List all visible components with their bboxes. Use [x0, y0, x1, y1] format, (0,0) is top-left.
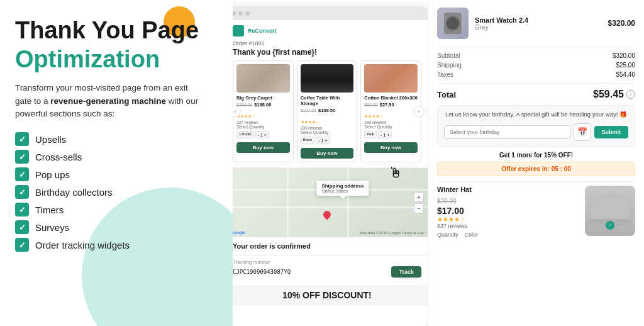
qty-label-carpet: Quantity [249, 125, 264, 129]
left-panel: Thank You Page Optimization Transform yo… [0, 0, 233, 326]
feature-pop-ups: Pop ups [15, 167, 218, 181]
stars-blanket: ★★★★☆ [364, 114, 383, 118]
tracking-number: CJPC19090943087YQ [233, 269, 291, 275]
feature-label-timers: Timers [35, 205, 64, 215]
birthday-input-row: 📅 Submit [444, 123, 628, 141]
qty-blanket[interactable]: - 1 + [378, 131, 392, 138]
order-confirmed: Your order is confirmed [233, 237, 428, 256]
subtotal-label: Subtotal [437, 52, 460, 59]
price-old-coffee: $100.00 [301, 108, 316, 113]
offer-banner: Offer expires in: 05 : 00 [437, 162, 635, 176]
browser-chrome [233, 6, 428, 20]
stars-coffee: ★★★★☆ [301, 120, 319, 124]
select-blanket[interactable]: Pink [364, 131, 377, 138]
price-old-carpet: $200.00 [236, 103, 252, 107]
reconvert-logo [233, 25, 244, 37]
total-label: Total [437, 90, 456, 99]
cursor-icon: 🖱 [389, 165, 402, 181]
middle-panel: ReConvert Order #1001 Thank you {first n… [233, 0, 428, 326]
product-image-carpet [236, 64, 290, 93]
hat-qty-color: Quantity Color [437, 232, 579, 238]
buy-button-coffee[interactable]: Buy now [301, 148, 354, 159]
feature-order-tracking: Order tracking widgets [15, 238, 218, 252]
select-label-coffee: Select [301, 130, 312, 135]
feature-upsells: Upsells [15, 132, 218, 146]
buy-button-blanket[interactable]: Buy now [364, 142, 418, 153]
hat-badge: ✓ [606, 221, 614, 230]
total-value: $59.45 [593, 89, 624, 100]
buy-button-carpet[interactable]: Buy now [236, 142, 290, 153]
check-icon-pop-ups [15, 167, 29, 181]
calendar-button[interactable]: 📅 [574, 123, 591, 141]
discount-banner: 10% OFF DISCOUNT! [233, 285, 428, 305]
product-name-coffee: Coffee Table With Storage [301, 95, 354, 106]
browser-dot-yellow [238, 11, 243, 16]
hat-reviews: 837 reviews [437, 223, 579, 229]
feature-label-birthday: Birthday collectors [35, 187, 113, 198]
hat-stars: ★★★★☆ [437, 216, 579, 223]
shipping-value: $25.00 [616, 62, 635, 69]
reviews-coffee: 239 reviews [301, 126, 354, 130]
subtotal-row: Subtotal $320.00 [437, 52, 635, 59]
product-thumbnail [437, 8, 469, 39]
tracking-row: CJPC19090943087YQ Track [233, 266, 421, 278]
google-logo: Google [233, 230, 245, 235]
reviews-carpet: 227 reviews [236, 120, 290, 125]
reviews-blanket: 283 reviews [364, 120, 418, 125]
product-image-coffee [301, 64, 354, 93]
qty-label-blanket: Quantity [377, 125, 392, 129]
birthday-submit-button[interactable]: Submit [594, 126, 629, 138]
product-image-blanket [364, 64, 418, 93]
select-coffee[interactable]: Black [301, 137, 315, 144]
zoom-in-button[interactable]: + [414, 192, 424, 202]
product-price: $320.00 [608, 19, 635, 28]
page-title-line2: Optimization [15, 47, 218, 73]
thank-you-text: Thank you {first name}! [233, 48, 421, 57]
taxes-label: Taxes [437, 71, 453, 78]
map-tooltip-line2: United States [321, 189, 364, 193]
product-card-carpet: Big Grey Carpet $200.00 $188.00 ★★★★☆ 22… [233, 60, 294, 162]
select-carpet[interactable]: 120x30 [236, 131, 254, 138]
browser-dot-green [245, 11, 250, 16]
price-new-coffee: $139.50 [318, 108, 335, 113]
product-variant: Grey [475, 24, 602, 31]
reconvert-name: ReConvert [248, 28, 277, 34]
birthday-text: Let us know your birthday. A special gif… [444, 111, 628, 119]
map-attribution: Map data ©2018 Google Terms of Use [360, 231, 424, 235]
check-icon-upsells [15, 132, 29, 146]
info-icon: i [626, 90, 635, 99]
next-arrow[interactable]: › [413, 106, 425, 117]
browser-dot-red [233, 11, 236, 16]
taxes-value: $54.40 [616, 71, 635, 78]
divider-2 [437, 83, 635, 84]
hat-name: Winter Hat [437, 186, 579, 193]
birthday-section: Let us know your birthday. A special gif… [437, 105, 635, 147]
check-icon-birthday [15, 185, 29, 199]
page-title-line1: Thank You Page [15, 18, 218, 44]
right-panel: Smart Watch 2.4 Grey $320.00 Subtotal $3… [428, 0, 644, 326]
right-inner: Smart Watch 2.4 Grey $320.00 Subtotal $3… [428, 0, 644, 326]
hat-qty-label: Quantity [437, 232, 458, 238]
track-button[interactable]: Track [391, 266, 421, 278]
description-bold: revenue-generating machine [50, 96, 166, 106]
birthday-input[interactable] [444, 125, 570, 139]
features-list: Upsells Cross-sells Pop ups Birthday col… [15, 132, 218, 252]
feature-surveys: Surveys [15, 220, 218, 234]
winter-hat-section: Winter Hat $20.00 $17.00 ★★★★☆ 837 revie… [437, 181, 635, 238]
qty-label-coffee: Quantity [313, 130, 328, 135]
feature-cross-sells: Cross-sells [15, 150, 218, 164]
product-title: Smart Watch 2.4 [475, 16, 602, 24]
upsell-banner: Get 1 more for 15% OFF! [437, 152, 635, 159]
check-icon-timers [15, 203, 29, 216]
zoom-out-button[interactable]: − [414, 203, 424, 213]
map-tooltip-line1: Shipping address [321, 183, 364, 189]
hat-price-new: $17.00 [437, 206, 579, 216]
product-cards-container: ‹ Big Grey Carpet $200.00 $188.00 ★★★★☆ … [233, 60, 421, 162]
product-card-blanket: Cotton Blanket 200x300 $90.00 $27.90 ★★★… [360, 60, 421, 162]
product-card-coffee: Coffee Table With Storage $100.00 $139.5… [297, 60, 358, 162]
qty-carpet[interactable]: - 1 + [255, 131, 269, 138]
price-old-blanket: $90.00 [364, 103, 377, 107]
qty-coffee[interactable]: - 1 + [316, 137, 330, 144]
hat-price-old: $20.00 [437, 198, 457, 205]
divider-1 [437, 47, 635, 47]
